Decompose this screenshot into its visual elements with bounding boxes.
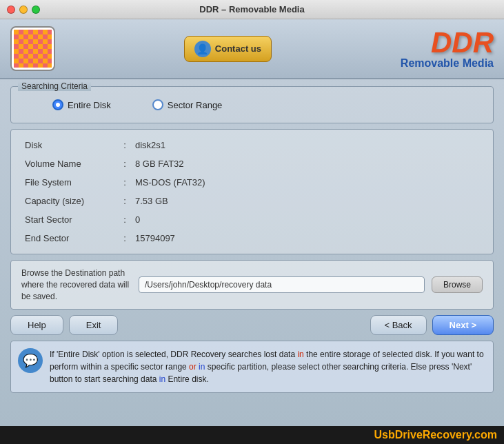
disk-label: Disk	[25, 140, 114, 150]
start-sector-value: 0	[135, 214, 479, 225]
sector-range-radio[interactable]	[152, 99, 163, 110]
footer-brand: UsbDriveRecovery.com	[374, 429, 497, 441]
close-button[interactable]	[7, 6, 15, 14]
window-buttons	[7, 6, 40, 14]
minimize-button[interactable]	[19, 6, 28, 14]
maximize-button[interactable]	[32, 6, 40, 14]
end-sector-label: End Sector	[25, 233, 114, 243]
start-sector-label: Start Sector	[25, 214, 114, 225]
browse-button[interactable]: Browse	[432, 276, 483, 293]
contact-button-label: Contact us	[215, 43, 261, 54]
criteria-legend: Searching Criteria	[18, 81, 91, 91]
app-logo	[10, 26, 55, 71]
next-button[interactable]: Next >	[432, 315, 494, 335]
destination-label: Browse the Destination path where the re…	[21, 268, 132, 302]
info-text: If 'Entire Disk' option is selected, DDR…	[50, 348, 486, 385]
logo-checkerboard-icon	[14, 30, 52, 68]
volume-name-value: 8 GB FAT32	[135, 159, 479, 169]
info-bubble-icon: 💬	[18, 348, 43, 373]
contact-person-icon: 👤	[194, 41, 211, 57]
ddr-title: DDR	[401, 28, 494, 57]
start-sector-colon: :	[118, 214, 132, 225]
volume-name-colon: :	[118, 159, 132, 169]
capacity-colon: :	[118, 196, 132, 206]
radio-row: Entire Disk Sector Range	[18, 94, 486, 116]
file-system-label: File System	[25, 177, 114, 188]
header: 👤 Contact us DDR Removable Media	[0, 19, 504, 79]
info-box: 💬 If 'Entire Disk' option is selected, D…	[10, 341, 494, 393]
disk-info-panel: Disk : disk2s1 Volume Name : 8 GB FAT32 …	[10, 129, 494, 254]
disk-colon: :	[118, 140, 132, 150]
searching-criteria-group: Searching Criteria Entire Disk Sector Ra…	[10, 86, 494, 123]
info-highlight-in3: in	[159, 374, 165, 384]
destination-row: Browse the Destination path where the re…	[10, 260, 494, 310]
info-highlight-in: in	[297, 350, 303, 359]
back-button[interactable]: < Back	[370, 315, 427, 335]
help-button[interactable]: Help	[10, 315, 63, 335]
contact-button[interactable]: 👤 Contact us	[184, 36, 272, 62]
window-title: DDR – Removable Media	[199, 4, 304, 14]
footer: UsbDriveRecovery.com	[0, 426, 504, 444]
capacity-label: Capacity (size)	[25, 196, 114, 206]
end-sector-value: 15794097	[135, 233, 479, 243]
entire-disk-label: Entire Disk	[68, 100, 111, 110]
exit-button[interactable]: Exit	[69, 315, 119, 335]
info-highlight-in2: in	[199, 362, 205, 372]
disk-value: disk2s1	[135, 140, 479, 150]
volume-name-label: Volume Name	[25, 159, 114, 169]
main-window: DDR – Removable Media 👤 Contact us DDR R…	[0, 0, 504, 444]
entire-disk-radio[interactable]	[52, 99, 63, 110]
button-row: Help Exit < Back Next >	[10, 315, 494, 335]
titlebar: DDR – Removable Media	[0, 0, 504, 19]
file-system-value: MS-DOS (FAT32)	[135, 177, 479, 188]
sector-range-label: Sector Range	[168, 100, 223, 110]
ddr-subtitle: Removable Media	[401, 57, 494, 70]
ddr-branding: DDR Removable Media	[401, 28, 494, 70]
entire-disk-option[interactable]: Entire Disk	[52, 99, 111, 110]
main-content: Searching Criteria Entire Disk Sector Ra…	[0, 79, 504, 426]
sector-range-option[interactable]: Sector Range	[152, 99, 223, 110]
info-table: Disk : disk2s1 Volume Name : 8 GB FAT32 …	[25, 140, 479, 243]
footer-text: UsbDriveRecovery.com	[374, 429, 497, 441]
capacity-value: 7.53 GB	[135, 196, 479, 206]
end-sector-colon: :	[118, 233, 132, 243]
info-highlight-or: or	[189, 362, 196, 372]
destination-path-input[interactable]	[139, 276, 425, 293]
file-system-colon: :	[118, 177, 132, 188]
